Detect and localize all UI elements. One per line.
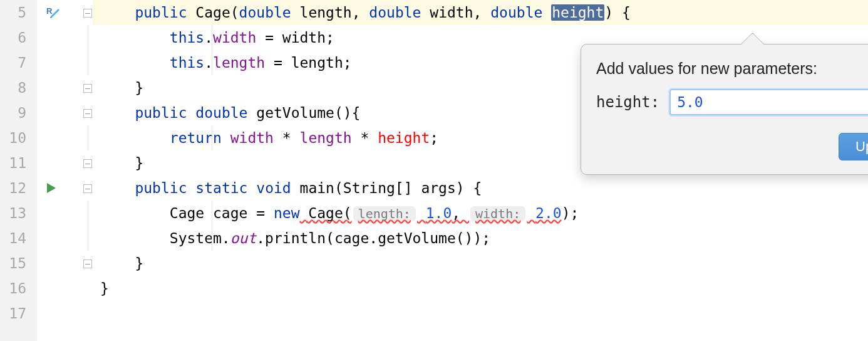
keyword: return xyxy=(170,130,222,146)
brace: } xyxy=(100,280,109,296)
line-number: 16 xyxy=(0,276,36,301)
line-number: 7 xyxy=(0,50,36,75)
inlay-hint: width: xyxy=(470,206,525,221)
keyword: public xyxy=(135,180,187,196)
keyword: void xyxy=(256,180,291,196)
code-text: ; xyxy=(430,130,438,146)
fold-toggle-icon[interactable] xyxy=(83,260,92,268)
code-editor[interactable]: 5 6 7 8 9 10 11 12 13 14 15 16 17 R xyxy=(0,0,868,341)
line-number: 9 xyxy=(0,100,36,125)
inlay-hint: length: xyxy=(353,206,416,221)
add-parameter-popover: Add values for new parameters: height: U… xyxy=(581,44,868,175)
line-number-gutter: 5 6 7 8 9 10 11 12 13 14 15 16 17 xyxy=(0,0,36,341)
fold-guide xyxy=(88,125,88,150)
identifier: main xyxy=(300,180,334,196)
keyword: public xyxy=(135,4,187,21)
code-line[interactable]: public Cage(double length, double width,… xyxy=(93,0,868,25)
code-line[interactable]: Cage cage = new Cage(length: 1.0, width:… xyxy=(93,201,868,226)
refactor-icon[interactable]: R xyxy=(46,5,59,22)
number-literal: 1.0 xyxy=(426,205,452,221)
keyword: double xyxy=(369,4,421,21)
fold-toggle-icon[interactable] xyxy=(83,9,92,18)
fold-toggle-icon[interactable] xyxy=(83,159,92,168)
field: width xyxy=(213,29,256,46)
field: length xyxy=(300,130,352,146)
code-line[interactable]: } xyxy=(93,276,868,301)
fold-toggle-icon[interactable] xyxy=(83,109,92,118)
line-number: 14 xyxy=(0,226,36,251)
keyword: double xyxy=(195,105,247,121)
code-text: Cage cage = xyxy=(170,205,274,221)
field: length xyxy=(213,55,265,71)
parameter-value-input[interactable] xyxy=(669,89,868,115)
parameter-row: height: xyxy=(596,89,868,115)
code-text: ) { xyxy=(604,4,631,21)
error-underline: Cage(length: 1.0, width: 2.0 xyxy=(300,205,562,221)
keyword: double xyxy=(490,4,542,21)
parameter: width xyxy=(430,4,473,21)
code-text: = width; xyxy=(256,29,334,46)
icon-gutter: R xyxy=(36,0,93,341)
keyword: new xyxy=(274,205,300,221)
identifier: Cage xyxy=(195,4,230,21)
line-number: 15 xyxy=(0,251,36,276)
code-text: (String[] args) { xyxy=(334,180,482,196)
selected-parameter[interactable]: height xyxy=(551,4,604,21)
line-number: 12 xyxy=(0,176,36,201)
fold-toggle-icon[interactable] xyxy=(83,184,92,193)
identifier: getVolume xyxy=(256,105,334,121)
line-number: 6 xyxy=(0,25,36,50)
code-line[interactable]: System.out.println(cage.getVolume()); xyxy=(93,226,868,251)
run-icon[interactable] xyxy=(46,182,57,194)
number-literal: 2.0 xyxy=(535,205,562,221)
code-area[interactable]: public Cage(double length, double width,… xyxy=(93,0,868,341)
operator: * xyxy=(352,130,378,146)
line-number: 17 xyxy=(0,301,36,326)
brace: } xyxy=(135,255,143,271)
code-text: = length; xyxy=(265,55,351,71)
brace: } xyxy=(135,155,143,171)
line-number: 8 xyxy=(0,75,36,100)
code-text: (){ xyxy=(334,105,361,121)
keyword: this xyxy=(170,55,204,71)
code-line[interactable] xyxy=(93,301,868,326)
fold-guide xyxy=(88,25,88,75)
keyword: double xyxy=(239,4,291,21)
code-line[interactable]: } xyxy=(93,251,868,276)
keyword: public xyxy=(135,105,187,121)
operator: * xyxy=(274,130,300,146)
parameter-label: height: xyxy=(596,93,659,111)
code-text: ); xyxy=(562,205,579,221)
line-number: 13 xyxy=(0,201,36,226)
fold-toggle-icon[interactable] xyxy=(83,84,92,93)
code-line[interactable]: public static void main(String[] args) { xyxy=(93,176,868,201)
line-number: 10 xyxy=(0,125,36,150)
static-field: out xyxy=(230,230,257,246)
keyword: static xyxy=(195,180,247,196)
code-text: .println(cage.getVolume()); xyxy=(256,230,490,246)
code-text: Cage( xyxy=(300,205,352,221)
brace: } xyxy=(135,80,143,96)
svg-text:R: R xyxy=(46,6,53,16)
popover-title: Add values for new parameters: xyxy=(596,60,868,78)
code-text: , xyxy=(452,205,469,221)
field: width xyxy=(230,130,274,146)
unresolved-identifier: height xyxy=(378,130,430,146)
line-number: 5 xyxy=(0,0,36,25)
parameter: length xyxy=(300,4,352,21)
keyword: this xyxy=(170,29,204,46)
update-button[interactable]: Update xyxy=(839,133,868,160)
code-text: System. xyxy=(170,230,230,246)
fold-guide xyxy=(88,201,88,251)
line-number: 11 xyxy=(0,150,36,176)
